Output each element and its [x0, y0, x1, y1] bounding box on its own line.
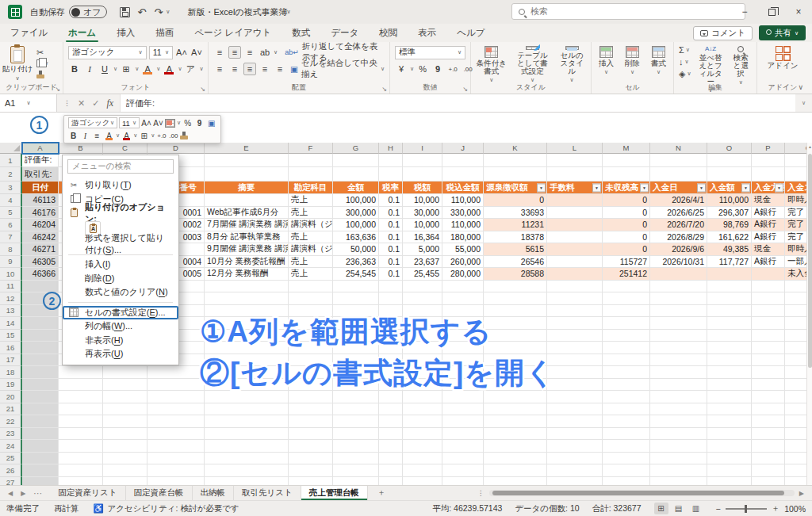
minimize-button[interactable]: −	[731, 0, 758, 24]
share-button[interactable]: 共有 ∨	[759, 25, 806, 40]
align-bottom-button[interactable]: ≡	[243, 46, 256, 59]
cell-I23[interactable]	[403, 428, 442, 441]
formula-expand-icon[interactable]: ∨	[795, 94, 812, 112]
row-header-26[interactable]: 26	[0, 464, 22, 477]
column-header-I[interactable]: I	[403, 143, 442, 154]
cell-N26[interactable]	[650, 464, 707, 477]
addins-button[interactable]: アドイン	[764, 44, 802, 82]
mini-size-select[interactable]: 11∨	[119, 117, 140, 128]
cell-C22[interactable]	[103, 415, 147, 428]
accessibility-status[interactable]: ♿ アクセシビリティ: 検討が必要です	[94, 503, 239, 514]
cell-M24[interactable]	[603, 440, 650, 453]
cell-L3[interactable]: 手数料▼	[547, 182, 603, 194]
cell-J12[interactable]	[442, 292, 484, 305]
cell-N20[interactable]	[650, 391, 707, 403]
menu-item-挿入[interactable]: 挿入(I)	[63, 258, 178, 272]
row-header-18[interactable]: 18	[0, 366, 22, 379]
close-button[interactable]: ×	[785, 0, 812, 24]
cell-A5[interactable]: 46176	[22, 207, 59, 220]
cell-J9[interactable]: 260,000	[442, 256, 484, 269]
cell-O16[interactable]	[707, 342, 752, 354]
column-header-G[interactable]: G	[333, 143, 379, 154]
cell-P10[interactable]	[752, 268, 785, 281]
cell-I21[interactable]	[403, 403, 442, 416]
cell-K13[interactable]	[484, 305, 547, 318]
cell-K24[interactable]	[484, 440, 547, 453]
cell-N14[interactable]	[650, 317, 707, 330]
cell-B18[interactable]	[59, 366, 103, 379]
cell-I27[interactable]	[403, 477, 442, 486]
cell-G9[interactable]: 236,363	[333, 256, 379, 269]
cell-C26[interactable]	[103, 464, 147, 477]
increase-decimal-button[interactable]: +.0	[446, 63, 459, 75]
cell-P1[interactable]	[752, 154, 785, 167]
cell-L27[interactable]	[547, 477, 603, 486]
cell-A24[interactable]	[22, 440, 59, 453]
cell-E25[interactable]	[205, 453, 289, 465]
cell-J2[interactable]	[442, 167, 484, 182]
cell-N27[interactable]	[650, 477, 707, 486]
cell-B23[interactable]	[59, 428, 103, 441]
cell-K7[interactable]: 18378	[484, 231, 547, 244]
cell-H9[interactable]: 0.1	[379, 256, 403, 269]
cell-I4[interactable]: 10,000	[403, 194, 442, 207]
cell-P27[interactable]	[752, 477, 785, 486]
mini-increase-decimal-button[interactable]: +.0	[156, 131, 167, 141]
font-dialog-launcher-icon[interactable]: ↘	[200, 86, 205, 93]
column-header-P[interactable]: P	[752, 143, 785, 154]
row-header-10[interactable]: 10	[0, 268, 22, 281]
cell-A22[interactable]	[22, 415, 59, 428]
cell-E21[interactable]	[205, 403, 289, 416]
cut-button[interactable]: ✂	[36, 47, 48, 58]
cell-I24[interactable]	[403, 440, 442, 453]
cell-P3[interactable]: 入金方法▼	[752, 182, 785, 194]
row-header-14[interactable]: 14	[0, 317, 22, 330]
menu-item-セルの書式設定[interactable]: セルの書式設定(E)...	[63, 306, 178, 320]
cell-O19[interactable]	[707, 379, 752, 392]
cell-L10[interactable]	[547, 268, 603, 281]
cell-K21[interactable]	[484, 403, 547, 416]
cell-M6[interactable]: 0	[603, 219, 650, 231]
sheet-tab-固定資産台帳[interactable]: 固定資産台帳	[126, 486, 193, 500]
cell-J1[interactable]	[442, 154, 484, 167]
cell-L1[interactable]	[547, 154, 603, 167]
cell-L5[interactable]	[547, 207, 603, 220]
cell-K5[interactable]: 33693	[484, 207, 547, 220]
cell-P15[interactable]	[752, 330, 785, 342]
cell-J23[interactable]	[442, 428, 484, 441]
ribbon-tab-データ[interactable]: データ	[320, 24, 369, 42]
cell-B24[interactable]	[59, 440, 103, 453]
number-format-select[interactable]: 標準∨	[395, 46, 465, 59]
copy-button[interactable]: ∨	[36, 58, 48, 69]
cell-P25[interactable]	[752, 453, 785, 465]
cell-J27[interactable]	[442, 477, 484, 486]
cell-E5[interactable]: Web記事作成6月分	[205, 207, 289, 220]
cell-I1[interactable]	[403, 154, 442, 167]
cell-C18[interactable]	[103, 366, 147, 379]
filter-dropdown-icon[interactable]: ▼	[697, 183, 706, 192]
cell-M20[interactable]	[603, 391, 650, 403]
cell-L23[interactable]	[547, 428, 603, 441]
cell-K22[interactable]	[484, 415, 547, 428]
delete-cells-button[interactable]: 削除 ∨	[619, 44, 645, 82]
cell-O1[interactable]	[707, 154, 752, 167]
column-header-K[interactable]: K	[484, 143, 547, 154]
cell-L8[interactable]	[547, 243, 603, 256]
ribbon-tab-ホーム[interactable]: ホーム	[58, 24, 106, 42]
cell-M19[interactable]	[603, 379, 650, 392]
cell-D24[interactable]	[147, 440, 205, 453]
cell-L22[interactable]	[547, 415, 603, 428]
zoom-level[interactable]: 100%	[784, 504, 806, 514]
select-all-button[interactable]	[0, 143, 22, 154]
cell-P2[interactable]	[752, 167, 785, 182]
cell-P23[interactable]	[752, 428, 785, 441]
cell-O2[interactable]	[707, 167, 752, 182]
alignment-dialog-launcher-icon[interactable]: ↘	[381, 86, 387, 93]
autosave-toggle[interactable]: 自動保存 オフ	[30, 6, 107, 18]
undo-icon[interactable]: ↶	[138, 6, 147, 18]
align-right-button[interactable]: ≡	[243, 63, 256, 75]
cell-M12[interactable]	[603, 292, 650, 305]
cell-H27[interactable]	[379, 477, 403, 486]
row-header-15[interactable]: 15	[0, 330, 22, 342]
borders-button[interactable]: ⊞	[120, 63, 132, 75]
